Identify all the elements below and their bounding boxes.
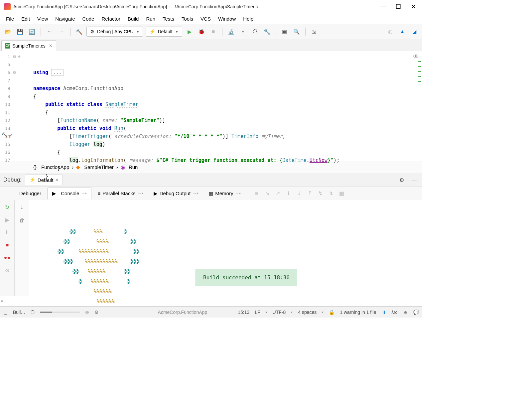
panel-icon[interactable]: ▢ [3,310,8,315]
chat-icon[interactable]: 💬 [413,310,419,315]
console-output[interactable]: @@ %%% @ @@ %%%% @@ @@ %%%%%%%%%% @@ @@@… [29,200,422,296]
separator [222,28,222,36]
lock-icon[interactable]: 🔒 [329,310,334,315]
subtab-output[interactable]: ▶ Debug Output →• [149,188,203,199]
menu-code[interactable]: Code [79,15,98,23]
menu-tests[interactable]: Tests [159,15,178,23]
subtab-parallel[interactable]: ≡ Parallel Stacks →• [93,188,147,199]
tab-close-icon[interactable]: ✕ [49,43,53,48]
menu-file[interactable]: File [3,15,17,23]
pin-icon[interactable]: →• [235,191,240,196]
minimize-panel-icon[interactable]: — [410,175,419,185]
azure2-icon[interactable]: ◢ [410,27,419,36]
crumb-method[interactable]: ◉ Run [121,164,138,170]
menu-window[interactable]: Window [215,15,239,23]
hammer-gutter-icon[interactable]: 🔨 [1,131,8,139]
step-icon[interactable]: ⤒ [305,189,315,198]
build-icon[interactable]: 🔨 [74,27,84,36]
trash-icon[interactable]: 🗑 [17,216,27,225]
pause-icon[interactable]: ⏸ [3,228,12,237]
fold-gutter: ⊟ ⊕ ⊟ 🔨 ⊘ [13,51,33,161]
inspect-icon[interactable]: 👁 [413,53,419,60]
separator [276,28,276,36]
separator [41,28,41,36]
step-over-icon[interactable]: ≡ [252,189,261,198]
run-config-select[interactable]: ⚡ Default ▼ [146,27,182,37]
open-icon[interactable]: 📂 [3,27,13,36]
step-icon[interactable]: ⤓ [295,189,304,198]
pin-icon[interactable]: →• [137,191,143,196]
expand-icon[interactable]: » [1,298,3,304]
run-icon[interactable]: ▶ [185,27,194,36]
back-icon[interactable]: ← [45,27,54,36]
menu-vcs[interactable]: VCS [197,15,214,23]
step-icon[interactable]: ↯ [316,189,325,198]
status-enc[interactable]: UTF-8 [273,310,286,315]
debug-subtabs: Debugger ▶_ Console →• ≡ Parallel Stacks… [0,187,422,200]
minimize-icon[interactable]: — [380,3,386,10]
gear-small-icon[interactable]: ⚙ [94,310,99,315]
tab-sampletimer[interactable]: C# SampleTimer.cs ✕ [1,40,56,51]
menu-run[interactable]: Run [143,15,159,23]
close-icon[interactable]: ✕ [55,178,59,182]
menu-help[interactable]: Help [240,15,257,23]
wrench-icon[interactable]: 🔧 [262,27,272,36]
config-select[interactable]: ⚙ Debug | Any CPU ▼ [86,27,143,37]
evaluate-icon[interactable]: ▦ [337,189,346,198]
caret-small-icon[interactable]: ▼ [238,27,248,36]
no-entry-icon[interactable]: ⊘ [9,131,12,139]
download-icon[interactable]: ⤓ [17,202,27,212]
gear-icon[interactable]: ⚙ [397,175,406,185]
extract-icon[interactable]: ⇲ [310,27,319,36]
separator [70,28,70,36]
subtab-console[interactable]: ▶_ Console →• [47,188,92,200]
editor[interactable]: 1567891011121314151617 ⊟ ⊕ ⊟ 🔨 ⊘ using .… [0,51,422,161]
menu-view[interactable]: View [34,15,51,23]
stop-icon[interactable]: ■ [209,27,218,36]
menu-navigate[interactable]: Navigate [52,15,78,23]
forward-icon[interactable]: → [57,27,66,36]
maximize-icon[interactable]: ☐ [396,3,401,10]
menu-build[interactable]: Build [124,15,142,23]
status-indent[interactable]: 4 spaces [298,310,317,315]
menu-refactor[interactable]: Refactor [98,15,124,23]
pin-icon[interactable]: →• [81,191,86,196]
status-build: Buil… [13,310,25,315]
search-icon[interactable]: 🔍 [292,27,301,36]
menu-tools[interactable]: Tools [178,15,197,23]
terminal-icon[interactable]: ▣ [280,27,289,36]
step-icon[interactable]: ↯ [327,189,336,198]
refresh-icon[interactable]: 🔄 [27,27,37,36]
rerun-icon[interactable]: ↻ [3,202,12,212]
code-area[interactable]: using ... namespace AcmeCorp.FunctionApp… [33,51,422,161]
pin-icon[interactable]: →• [193,191,198,196]
menu-edit[interactable]: Edit [18,15,33,23]
coverage-icon[interactable]: 🔬 [226,27,236,36]
status-warnings[interactable]: 1 warning in 1 file [340,310,376,315]
crumb-class[interactable]: ◆ SampleTimer [76,164,114,170]
step-out-icon[interactable]: ↗ [273,189,283,198]
csharp-icon: C# [5,43,10,49]
resume-icon[interactable]: ▶ [3,215,12,224]
step-icon[interactable]: ⤓ [284,189,293,198]
status-eol[interactable]: LF [255,310,260,315]
debug-icon[interactable]: 🐞 [197,27,206,36]
face-icon[interactable]: ☻ [403,310,408,315]
pause-status-icon[interactable]: ⏸ [381,310,386,315]
azure-icon[interactable]: ▲ [398,27,407,36]
subtab-debugger[interactable]: Debugger [15,188,46,199]
status-pos[interactable]: 15:13 [238,310,249,315]
profile-icon[interactable]: ⏱ [250,27,260,36]
breakpoints-icon[interactable]: ●● [3,253,12,262]
step-into-icon[interactable]: ↘ [263,189,272,198]
save-icon[interactable]: 💾 [15,27,25,36]
output-icon: ▶ [154,191,158,197]
lambda-icon[interactable]: λ⊘ [391,310,398,315]
subtab-memory[interactable]: ▦ Memory →• [204,188,245,199]
cloud-icon[interactable]: ◐ [386,27,395,36]
cancel-icon[interactable]: ⊗ [85,310,89,315]
close-icon[interactable]: ✕ [411,3,416,10]
mute-bp-icon[interactable]: ⊘ [3,266,12,275]
stop-icon[interactable]: ■ [3,240,12,250]
tab-filename: SampleTimer.cs [12,43,46,49]
